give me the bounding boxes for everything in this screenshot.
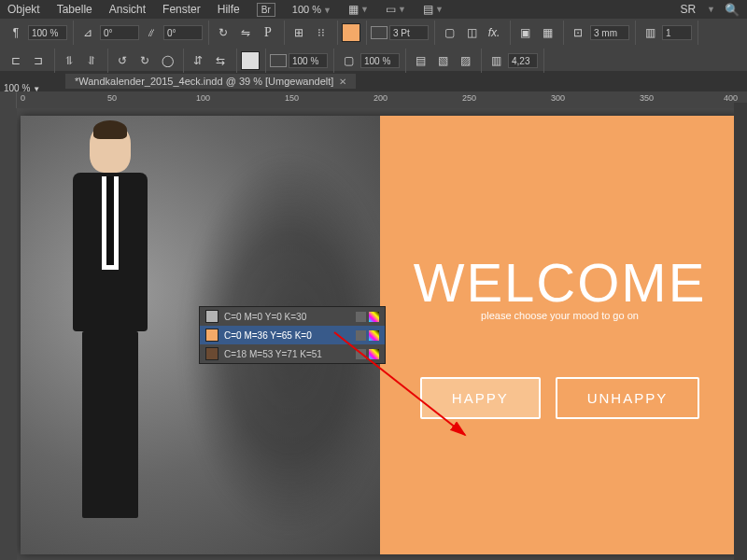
rotate-ccw-icon[interactable]: ↺ [112,50,133,71]
wrap-jump-icon[interactable]: ▤ [410,50,430,71]
canvas[interactable]: WELCOME please choose your mood to go on… [17,108,747,560]
rotation-input[interactable] [100,25,139,40]
pct2-input[interactable] [289,53,328,68]
welcome-heading: WELCOME [414,251,707,314]
happy-button[interactable]: HAPPY [420,377,541,419]
unhappy-button[interactable]: UNHAPPY [556,377,700,419]
swatch-mode-icon [369,330,379,341]
swatch-row[interactable]: C=18 M=53 Y=71 K=51 [200,344,385,363]
effects-icon[interactable]: ▢ [439,22,459,43]
flip-b-icon[interactable]: ⇆ [210,50,231,71]
lang-indicator[interactable]: SR [680,3,696,16]
swatch-row-selected[interactable]: C=0 M=36 Y=65 K=0 [200,326,385,344]
shear-input[interactable] [163,25,203,40]
flip-a-icon[interactable]: ⇵ [188,50,208,71]
transform-icon[interactable]: ⊡ [568,22,588,43]
ruler-mark: 250 [462,93,476,103]
stroke-weight-input[interactable] [389,25,429,40]
flip-horizontal-icon[interactable]: ⇋ [235,22,256,43]
pct3-input[interactable] [360,53,400,68]
mm-input[interactable] [590,25,629,40]
ruler-mark: 100 [196,93,210,103]
ruler-mark: 300 [551,93,565,103]
swatch-chip [205,329,218,342]
vertical-scrollbar[interactable] [734,103,747,560]
p-icon[interactable]: P [258,22,278,43]
menu-hilfe[interactable]: Hilfe [218,3,240,16]
align-icon[interactable]: ⊞ [289,22,309,43]
menu-ansicht[interactable]: Ansicht [109,3,146,16]
swatch-row[interactable]: C=0 M=0 Y=0 K=30 [200,307,385,326]
man-photo [42,124,178,545]
cols-icon[interactable]: ▥ [640,22,660,43]
swatch-type-icon [356,312,366,322]
swatch-label: C=0 M=0 Y=0 K=30 [224,312,306,322]
fx-icon[interactable]: fx. [484,22,504,43]
swatch-chip [205,310,218,323]
swatch-type-icon [356,349,366,359]
link-icon[interactable]: ⊏ [6,50,26,71]
opacity-input[interactable] [28,25,67,40]
wrap-contour-icon[interactable]: ▧ [432,50,453,71]
arrange-icon[interactable]: ▤▼ [423,0,444,20]
bridge-icon[interactable]: Br [257,3,275,17]
menu-bar: Objekt Tabelle Ansicht Fenster Hilfe Br … [0,0,747,19]
flip-v-icon[interactable]: ⥮ [59,50,79,71]
swatch-label: C=18 M=53 Y=71 K=51 [224,349,322,359]
gutter-icon[interactable]: ▥ [486,50,506,71]
stroke-style-icon[interactable] [371,26,388,39]
ruler-mark: 350 [640,93,654,103]
corner-icon[interactable]: ◫ [461,22,482,43]
close-tab-icon[interactable]: ✕ [339,77,346,87]
menu-tabelle[interactable]: Tabelle [57,3,92,16]
ruler-mark: 200 [374,93,388,103]
horizontal-ruler: 0 50 100 150 200 250 300 350 400 [0,91,747,108]
ruler-mark: 50 [107,93,117,103]
character-panel-icon[interactable]: ¶ [6,22,26,43]
document-tab[interactable]: *Wandkalender_2015_4eck.indd @ 39 % [Umg… [65,74,356,89]
ruler-mark: 0 [21,93,25,103]
link2-icon[interactable]: ⊐ [28,50,49,71]
control-panel: ¶ ⊿ ⫽ ↻ ⇋ P ⊞ ⁝⁝ ▢ ◫ fx. [0,19,747,71]
flip-h-icon[interactable]: ⥯ [81,50,102,71]
document-tabs: 100 % ▼ *Wandkalender_2015_4eck.indd @ 3… [0,71,747,91]
swatch-mode-icon [369,312,379,322]
stroke-swatch[interactable] [241,51,260,70]
fill-swatch[interactable] [342,23,360,42]
ruler-mark: 150 [285,93,299,103]
search-icon[interactable]: 🔍 [725,3,740,17]
flip-rotate-icon[interactable]: ↻ [213,22,233,43]
rotate-cw-icon[interactable]: ↻ [134,50,155,71]
screen-mode-icon[interactable]: ▭▼ [386,0,406,20]
welcome-subtitle: please choose your mood to go on [481,310,639,321]
stroke-type-icon[interactable] [270,54,287,67]
swatch-mode-icon [369,349,379,359]
menu-fenster[interactable]: Fenster [162,3,201,16]
circle-icon[interactable]: ◯ [157,50,177,71]
tab-title: *Wandkalender_2015_4eck.indd @ 39 % [Umg… [75,76,333,87]
swatches-panel[interactable]: C=0 M=0 Y=0 K=30 C=0 M=36 Y=65 K=0 C=18 … [199,306,386,364]
menu-objekt[interactable]: Objekt [7,3,40,16]
swatch-label: C=0 M=36 Y=65 K=0 [224,330,312,341]
swatch-chip [205,347,218,360]
wrap-around-icon[interactable]: ▦ [537,22,557,43]
num1-input[interactable] [662,25,692,40]
ruler-origin[interactable] [0,91,17,108]
drop-shadow-icon[interactable]: ▢ [338,50,359,71]
distribute-icon[interactable]: ⁝⁝ [311,22,331,43]
wrap-none-icon[interactable]: ▣ [514,22,535,43]
vertical-ruler [0,108,17,560]
ruler-mark: 400 [724,93,738,103]
shear-icon[interactable]: ⫽ [141,22,162,43]
view-options-icon[interactable]: ▦▼ [348,0,369,20]
wrap-skip-icon[interactable]: ▨ [455,50,475,71]
zoom-level[interactable]: 100 %▼ [292,4,331,15]
num2-input[interactable] [508,53,538,68]
rotate-icon[interactable]: ⊿ [78,22,98,43]
swatch-type-icon [356,330,366,341]
page-right-panel: WELCOME please choose your mood to go on… [380,116,740,554]
